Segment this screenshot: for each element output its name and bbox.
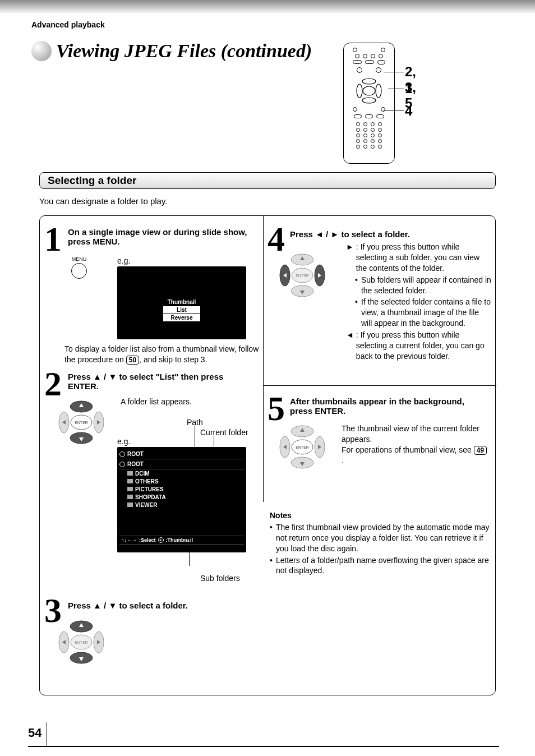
step2-result: A folder list appears. [121,397,192,407]
page-number-vertical-rule [47,722,47,747]
dpad-icon: ENTER [56,616,107,668]
intro-text: You can designate a folder to play. [39,196,168,206]
dpad-icon: ENTER [276,421,328,473]
svg-text:ENTER: ENTER [296,445,309,449]
step4-body: ► : If you press this button while selec… [346,242,492,362]
section-header: Advanced playback [31,20,105,29]
dpad-icon: ENTER [56,397,107,448]
note-2: Letters of a folder/path name overflowin… [276,555,492,577]
page-ref-50: 50 [126,356,139,365]
vertical-divider [263,216,264,502]
page-title: Viewing JPEG Files (continued) [56,40,312,62]
down-arrow-icon: ▼ [108,601,117,610]
menu-button-icon: MENU [71,256,87,279]
remote-callout-1: 1 [405,81,412,96]
step1-eg-label: e.g. [117,256,130,265]
right-arrow-icon: ► [346,242,354,274]
up-arrow-icon: ▲ [93,601,102,610]
step-3-heading: Press ▲ / ▼ to select a folder. [68,601,253,610]
step-4-heading: Press ◄ / ► to select a folder. [290,229,486,239]
dpad-icon: ENTER [276,250,328,301]
page-number-rule [28,746,499,747]
step1-screen-mock: Thumbnail List Reverse [117,266,246,339]
step1-popup-menu: Thumbnail List Reverse [163,298,201,322]
svg-text:ENTER: ENTER [75,421,88,425]
horizontal-divider-right [263,385,496,386]
section-heading-text: Selecting a folder [48,174,136,187]
down-arrow-icon: ▼ [108,372,117,381]
step5-body: The thumbnail view of the current folder… [342,423,487,466]
svg-point-1 [362,98,376,103]
right-arrow-icon: ► [330,229,339,239]
title-sphere-decoration [31,41,52,61]
menu-option-list: List [163,306,200,314]
step2-eg-label: e.g. [117,437,130,446]
page-number: 54 [28,726,41,740]
step1-note: To display a folder list also from a thu… [64,344,261,365]
menu-option-reverse: Reverse [163,314,200,321]
svg-point-4 [363,86,375,95]
top-gradient [0,0,535,14]
remote-callout-4: 4 [405,103,412,119]
svg-point-2 [357,84,362,98]
notes-title: Notes [270,510,492,521]
steps-container: 1 On a single image view or during slide… [39,215,496,695]
step-5-number: 5 [268,391,285,426]
section-heading-bar: Selecting a folder [39,172,496,189]
current-folder-label: Current folder [200,428,248,437]
step-2-number: 2 [44,366,62,401]
svg-point-3 [376,84,381,98]
page-ref-49: 49 [474,446,487,455]
page-title-row: Viewing JPEG Files (continued) [31,40,312,62]
up-arrow-icon: ▲ [93,372,102,381]
svg-point-0 [362,79,376,84]
sub-folders-label: Sub folders [200,574,240,583]
step2-screen-mock: ROOT ROOT DCIM OTHERS PICTURES SHOPDATA … [117,447,246,552]
left-arrow-icon: ◄ [315,229,324,239]
remote-diagram: 2, 3, 5 1 4 [343,43,395,164]
step-1-heading: On a single image view or during slide s… [68,227,253,246]
left-arrow-icon: ◄ [346,330,354,362]
remote-outline [343,43,395,164]
step-2-heading: Press ▲ / ▼ to select "List" then press … [68,372,253,391]
svg-text:ENTER: ENTER [75,640,88,644]
step-5-heading: After thumbnails appear in the backgroun… [290,397,486,416]
svg-text:ENTER: ENTER [296,274,309,278]
note-1: The first thumbnail view provided by the… [276,522,492,554]
remote-cursor-cluster [355,77,383,105]
menu-option-thumbnail: Thumbnail [163,298,200,306]
step-1-number: 1 [44,222,62,256]
notes-block: Notes •The first thumbnail view provided… [270,510,492,576]
